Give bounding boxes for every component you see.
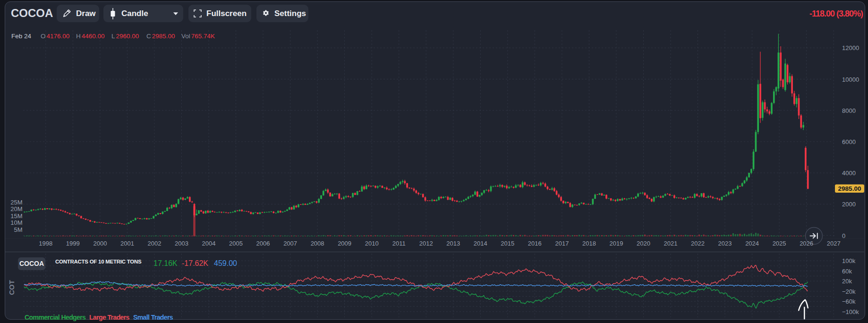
svg-text:2027: 2027 (827, 240, 841, 247)
svg-text:20M: 20M (10, 205, 22, 212)
svg-text:12000: 12000 (842, 44, 859, 51)
svg-text:5M: 5M (14, 226, 22, 233)
svg-text:2012: 2012 (419, 240, 433, 247)
svg-text:2000: 2000 (842, 201, 856, 208)
svg-text:2003: 2003 (175, 240, 188, 247)
svg-text:1999: 1999 (66, 240, 80, 247)
svg-text:2018: 2018 (582, 240, 596, 247)
svg-text:10M: 10M (10, 219, 22, 226)
svg-text:100k: 100k (842, 257, 856, 264)
svg-text:2985.00: 2985.00 (838, 185, 861, 192)
svg-text:8000: 8000 (842, 107, 856, 114)
svg-text:4000: 4000 (842, 170, 856, 177)
svg-text:2002: 2002 (147, 240, 161, 247)
svg-text:2009: 2009 (338, 240, 351, 247)
svg-text:2024: 2024 (745, 240, 759, 247)
svg-text:2008: 2008 (311, 240, 324, 247)
svg-text:2004: 2004 (202, 240, 216, 247)
svg-text:2005: 2005 (229, 240, 243, 247)
svg-text:2011: 2011 (392, 240, 406, 247)
svg-text:2020: 2020 (637, 240, 650, 247)
svg-text:6000: 6000 (842, 138, 856, 145)
svg-text:2023: 2023 (718, 240, 732, 247)
svg-text:2006: 2006 (256, 240, 270, 247)
svg-text:2021: 2021 (664, 240, 678, 247)
svg-text:10000: 10000 (842, 76, 859, 83)
svg-text:15M: 15M (10, 212, 22, 220)
svg-text:2022: 2022 (691, 240, 705, 247)
svg-text:1998: 1998 (39, 240, 52, 247)
svg-text:2001: 2001 (120, 240, 134, 247)
svg-text:2025: 2025 (773, 240, 786, 247)
svg-text:2016: 2016 (528, 240, 542, 247)
svg-text:20k: 20k (842, 278, 852, 285)
svg-text:0: 0 (842, 232, 845, 239)
svg-text:2013: 2013 (446, 240, 460, 247)
svg-text:2010: 2010 (365, 240, 379, 247)
svg-text:2007: 2007 (283, 240, 297, 247)
svg-text:2019: 2019 (609, 240, 623, 247)
svg-text:2015: 2015 (501, 240, 514, 247)
svg-text:2014: 2014 (474, 240, 487, 247)
svg-text:−20k: −20k (842, 288, 856, 295)
svg-text:2000: 2000 (93, 240, 107, 247)
svg-text:−100k: −100k (842, 308, 859, 315)
svg-text:2017: 2017 (555, 240, 569, 247)
svg-text:60k: 60k (842, 268, 852, 275)
svg-text:25M: 25M (10, 199, 22, 206)
svg-text:COT: COT (8, 280, 16, 295)
svg-text:2026: 2026 (800, 240, 813, 247)
svg-text:−60k: −60k (842, 298, 856, 305)
